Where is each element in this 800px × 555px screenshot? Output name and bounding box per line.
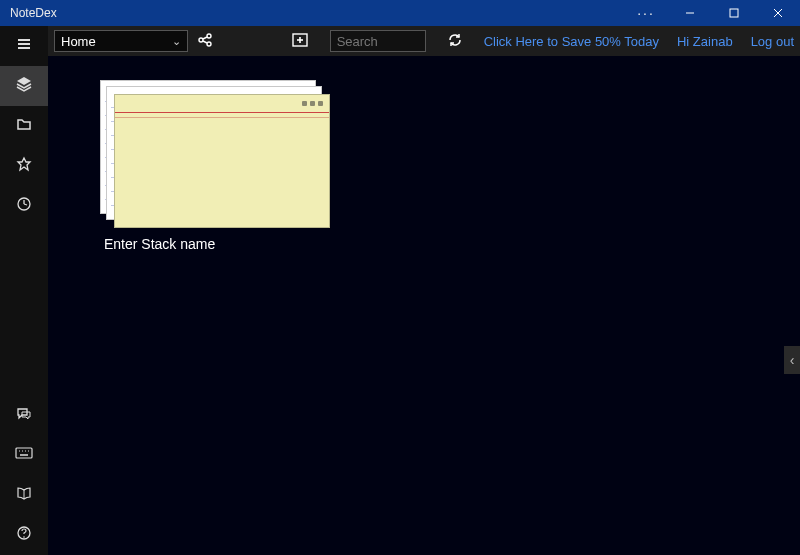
location-select-value: Home bbox=[61, 34, 96, 49]
sidebar-item-keyboard[interactable] bbox=[0, 435, 48, 475]
more-icon[interactable]: ··· bbox=[624, 0, 668, 26]
stack-name-label[interactable]: Enter Stack name bbox=[104, 236, 330, 252]
search-input[interactable] bbox=[330, 30, 426, 52]
sidebar-item-stacks[interactable] bbox=[0, 66, 48, 106]
sidebar-item-favorites[interactable] bbox=[0, 146, 48, 186]
logout-link[interactable]: Log out bbox=[751, 34, 794, 49]
close-button[interactable] bbox=[756, 0, 800, 26]
sidebar-item-chat[interactable] bbox=[0, 395, 48, 435]
share-button[interactable] bbox=[194, 30, 216, 52]
svg-point-22 bbox=[199, 38, 203, 42]
menu-icon bbox=[16, 36, 32, 56]
chat-icon bbox=[16, 405, 32, 425]
stack-thumbnail bbox=[100, 80, 330, 228]
stacks-icon bbox=[15, 75, 33, 97]
greeting-link[interactable]: Hi Zainab bbox=[677, 34, 733, 49]
svg-line-11 bbox=[24, 204, 27, 205]
svg-line-25 bbox=[203, 41, 207, 43]
drawer-toggle[interactable]: ‹ bbox=[784, 346, 800, 374]
svg-point-20 bbox=[23, 536, 25, 538]
help-icon bbox=[16, 525, 32, 545]
chevron-down-icon: ⌄ bbox=[172, 35, 181, 48]
app-title: NoteDex bbox=[10, 6, 57, 20]
sidebar-item-recent[interactable] bbox=[0, 186, 48, 226]
svg-point-21 bbox=[207, 34, 211, 38]
svg-line-24 bbox=[203, 37, 207, 39]
svg-rect-1 bbox=[730, 9, 738, 17]
hamburger-menu-button[interactable] bbox=[0, 26, 48, 66]
sidebar-item-library[interactable] bbox=[0, 475, 48, 515]
share-icon bbox=[197, 32, 213, 51]
maximize-button[interactable] bbox=[712, 0, 756, 26]
stack-card[interactable]: Enter Stack name bbox=[100, 80, 330, 252]
content-surface: Enter Stack name ‹ bbox=[48, 56, 800, 555]
sidebar-item-help[interactable] bbox=[0, 515, 48, 555]
book-icon bbox=[16, 485, 32, 505]
svg-rect-12 bbox=[16, 448, 32, 458]
svg-marker-8 bbox=[18, 158, 30, 170]
location-select[interactable]: Home ⌄ bbox=[54, 30, 188, 52]
sidebar bbox=[0, 26, 48, 555]
chevron-left-icon: ‹ bbox=[790, 352, 795, 368]
minimize-button[interactable] bbox=[668, 0, 712, 26]
sidebar-item-folders[interactable] bbox=[0, 106, 48, 146]
keyboard-icon bbox=[15, 446, 33, 464]
svg-point-23 bbox=[207, 42, 211, 46]
promo-link[interactable]: Click Here to Save 50% Today bbox=[484, 34, 659, 49]
sync-button[interactable] bbox=[444, 30, 466, 52]
folder-icon bbox=[16, 116, 32, 136]
add-note-icon bbox=[292, 32, 310, 51]
star-icon bbox=[16, 156, 32, 176]
new-note-button[interactable] bbox=[290, 30, 312, 52]
sync-icon bbox=[447, 32, 463, 51]
svg-marker-7 bbox=[17, 77, 31, 85]
window-titlebar: NoteDex ··· bbox=[0, 0, 800, 26]
clock-icon bbox=[16, 196, 32, 216]
toolbar: Home ⌄ Click He bbox=[48, 26, 800, 56]
